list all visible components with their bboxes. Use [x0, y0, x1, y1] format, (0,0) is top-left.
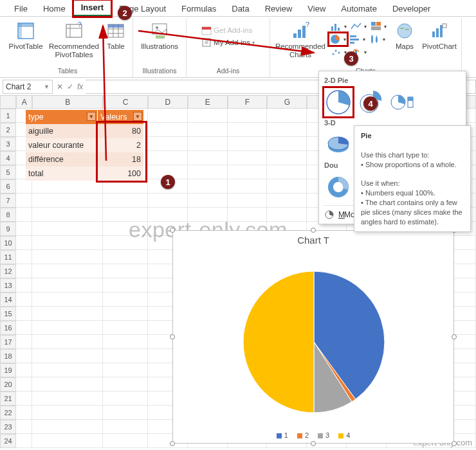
tab-home[interactable]: Home — [35, 1, 73, 16]
pivottable-icon — [15, 21, 36, 41]
tooltip-line: Numbers equal 100%. — [365, 189, 435, 197]
col-header-c[interactable]: C — [103, 96, 148, 109]
row-header[interactable]: 20 — [0, 377, 16, 392]
recommended-charts-button[interactable]: ? Recommended Charts — [274, 19, 327, 60]
pie-chart-button[interactable]: ▾ — [329, 33, 347, 45]
tab-formulas[interactable]: Formulas — [174, 1, 224, 16]
table-header-valeurs[interactable]: Valeurs▼ — [98, 110, 144, 124]
row-header[interactable]: 10 — [0, 236, 16, 250]
fx-controls: ✕ ✓ fx — [54, 82, 86, 91]
tab-review[interactable]: Review — [257, 1, 300, 16]
row-header[interactable]: 16 — [0, 321, 16, 335]
col-header-d[interactable]: D — [148, 96, 188, 109]
row-header[interactable]: 4 — [0, 151, 16, 165]
line-chart-button[interactable]: ▾ — [349, 21, 368, 32]
resize-handle[interactable] — [452, 441, 457, 446]
table-header-type[interactable]: type▼ — [26, 110, 98, 124]
name-box[interactable]: Chart 2 ▼ — [3, 80, 53, 94]
row-header[interactable]: 13 — [0, 278, 16, 292]
row-header[interactable]: 12 — [0, 264, 16, 278]
row-header[interactable]: 7 — [0, 194, 16, 208]
row-header[interactable]: 14 — [0, 292, 16, 307]
svg-point-43 — [398, 24, 412, 38]
row-header[interactable]: 23 — [0, 420, 16, 434]
row-header[interactable]: 9 — [0, 222, 16, 236]
table-button[interactable]: Table — [103, 19, 129, 52]
col-header-b[interactable]: B — [32, 96, 103, 109]
col-header-g[interactable]: G — [267, 96, 307, 109]
get-addins-label: Get Add-ins — [214, 26, 252, 34]
chevron-down-icon: ▼ — [44, 84, 50, 90]
illustrations-button[interactable]: Illustrations — [137, 19, 182, 52]
resize-handle[interactable] — [311, 228, 316, 233]
row-header[interactable]: 22 — [0, 406, 16, 420]
resize-handle[interactable] — [452, 334, 457, 339]
svg-rect-20 — [293, 33, 297, 38]
maps-button[interactable]: Maps — [390, 19, 419, 52]
col-header-f[interactable]: F — [228, 96, 268, 109]
statistic-chart-button[interactable]: ▾ — [368, 33, 387, 45]
pivottable-button[interactable]: PivotTable — [6, 19, 45, 52]
col-header-e[interactable]: E — [188, 96, 228, 109]
select-all-corner[interactable] — [0, 96, 16, 109]
svg-rect-32 — [350, 39, 359, 40]
resize-handle[interactable] — [170, 228, 175, 233]
row-header[interactable]: 2 — [0, 123, 16, 137]
col-header-a[interactable]: A — [16, 96, 32, 109]
row-header[interactable]: 17 — [0, 335, 16, 349]
recommended-pivottables-icon: ? — [64, 21, 84, 41]
my-addins-button[interactable]: My Add-ins ▾ — [200, 37, 256, 48]
pie-of-pie-option[interactable] — [389, 88, 417, 116]
resize-handle[interactable] — [170, 334, 175, 339]
column-chart-button[interactable]: ▾ — [329, 21, 348, 32]
callout-badge-4: 4 — [363, 96, 378, 111]
resize-handle[interactable] — [311, 441, 316, 446]
row-header[interactable]: 3 — [0, 137, 16, 151]
row-header[interactable]: 24 — [0, 434, 16, 448]
tab-automate[interactable]: Automate — [333, 1, 385, 16]
pie-tooltip: Pie Use this chart type to: • Show propo… — [354, 125, 471, 232]
tab-file[interactable]: File — [6, 1, 35, 16]
pie-3d-option[interactable] — [324, 130, 352, 159]
recommended-pivottables-button[interactable]: ? Recommended PivotTables — [48, 19, 100, 60]
tab-view[interactable]: View — [300, 1, 333, 16]
pie-2d-option[interactable] — [324, 88, 352, 116]
row-header[interactable]: 18 — [0, 349, 16, 363]
tooltip-line: The chart contains only a few pie slices… — [361, 199, 462, 226]
svg-rect-12 — [108, 24, 124, 28]
chart-title[interactable]: Chart T — [173, 231, 453, 246]
tab-developer[interactable]: Developer — [385, 1, 438, 16]
svg-point-40 — [338, 52, 340, 54]
doughnut-option[interactable] — [324, 173, 352, 201]
pivotchart-button[interactable]: PivotChart — [421, 19, 457, 52]
get-addins-button[interactable]: Get Add-ins — [200, 24, 256, 36]
ribbon-tabs: File Home Insert Page Layout Formulas Da… — [0, 0, 476, 17]
confirm-icon[interactable]: ✓ — [67, 82, 73, 91]
row-header[interactable]: 19 — [0, 363, 16, 377]
maps-icon — [394, 21, 415, 41]
tab-data[interactable]: Data — [224, 1, 257, 16]
row-header[interactable]: 1 — [0, 109, 16, 123]
row-header[interactable]: 5 — [0, 165, 16, 179]
fx-icon[interactable]: fx — [77, 82, 83, 91]
resize-handle[interactable] — [170, 441, 175, 446]
hierarchy-chart-button[interactable]: ▾ — [369, 21, 388, 32]
row-header[interactable]: 15 — [0, 307, 16, 321]
row-header[interactable]: 6 — [0, 179, 16, 194]
cancel-icon[interactable]: ✕ — [57, 82, 63, 91]
svg-rect-44 — [432, 32, 435, 37]
svg-rect-47 — [443, 24, 446, 28]
row-header[interactable]: 21 — [0, 392, 16, 406]
tab-insert[interactable]: Insert — [73, 0, 111, 17]
filter-icon[interactable]: ▼ — [87, 112, 96, 121]
row-header[interactable]: 8 — [0, 208, 16, 222]
svg-rect-26 — [338, 28, 340, 31]
filter-icon[interactable]: ▼ — [133, 112, 142, 121]
embedded-chart[interactable]: Chart T 1 2 3 4 — [172, 230, 454, 444]
bar-chart-button[interactable]: ▾ — [348, 33, 367, 45]
row-header[interactable]: 11 — [0, 250, 16, 264]
tooltip-line: Show proportions of a whole. — [365, 161, 457, 168]
ribbon-body: PivotTable ? Recommended PivotTables Tab… — [0, 17, 476, 78]
svg-rect-31 — [350, 35, 356, 37]
pie-icon — [324, 210, 334, 220]
